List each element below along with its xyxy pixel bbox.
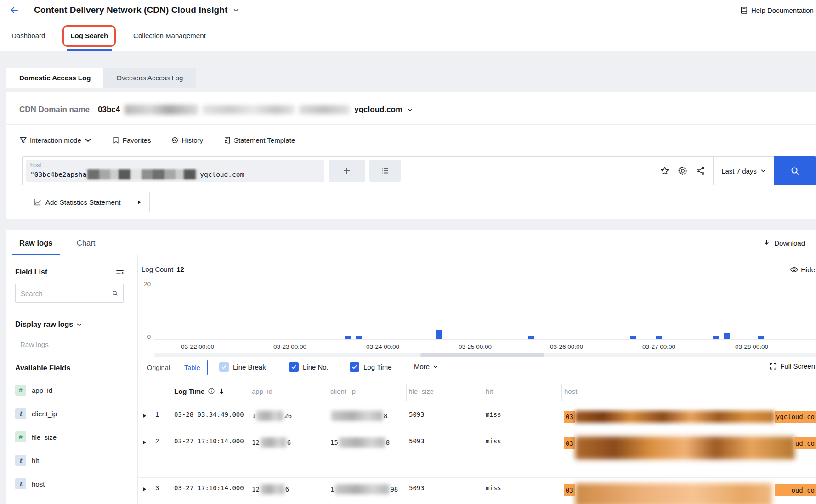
log-table: Log Time app_id client_ip file_size hit … [138, 378, 816, 504]
gear-icon[interactable] [678, 166, 688, 176]
row-number: 2 [153, 431, 171, 477]
chart-x-axis: 03-22 00:0003-23 00:0003-24 00:0003-25 0… [154, 343, 816, 353]
format-table-button[interactable]: Table [177, 360, 208, 375]
share-icon[interactable] [696, 166, 706, 176]
table-row[interactable]: 1 03-28 03:34:49.000 126 8 5093 miss 03 … [138, 404, 816, 431]
tab-overseas-access-log[interactable]: Overseas Access Log [103, 68, 196, 88]
row-number: 1 [153, 404, 171, 431]
hide-histogram-button[interactable]: Hide [790, 265, 815, 274]
collapse-panel-icon[interactable] [115, 268, 125, 277]
field-search-box [15, 284, 124, 303]
field-search-input[interactable] [21, 290, 112, 297]
checkbox-checked[interactable] [350, 362, 359, 372]
help-documentation-link[interactable]: Help Documentation [740, 0, 816, 20]
cdn-domain-label: CDN Domain name [19, 105, 90, 114]
tab-log-search[interactable]: Log Search [70, 20, 108, 51]
checkbox-checked[interactable] [289, 362, 299, 372]
display-item-raw-logs[interactable]: Raw logs [20, 341, 137, 348]
tab-dashboard[interactable]: Dashboard [11, 20, 45, 51]
x-axis-tick-label: 03-28 00:00 [726, 343, 777, 350]
more-dropdown[interactable]: More [414, 363, 438, 370]
tab-domestic-access-log[interactable]: Domestic Access Log [6, 68, 103, 88]
sort-desc-icon[interactable] [218, 388, 225, 395]
redacted-blur [335, 484, 389, 494]
cls-log-search-screen: Content Delivery Network (CDN) Cloud Ins… [0, 0, 816, 504]
redacted-blur [299, 105, 350, 114]
query-condition-chip[interactable]: host "03bc4be2apsha yqcloud.com [26, 160, 324, 182]
time-range-select[interactable]: Last 7 days [714, 167, 774, 175]
redacted-blur [575, 437, 795, 459]
domain-chevron-down-icon[interactable] [407, 107, 413, 113]
table-row[interactable]: 2 03-27 17:10:14.000 126 158 5093 miss 0… [138, 431, 816, 477]
x-axis-tick-label: 03-24 00:00 [357, 343, 408, 350]
file-size-cell: 5093 [406, 478, 483, 504]
list-icon [380, 166, 390, 175]
full-screen-icon [769, 362, 777, 370]
x-axis-tick-label: 03-23 00:00 [265, 343, 315, 350]
tab-collection-management[interactable]: Collection Management [133, 20, 206, 51]
field-item-hit[interactable]: t hit [15, 455, 137, 466]
add-statistics-statement-button[interactable]: Add Statistics Statement [25, 192, 150, 212]
table-row[interactable]: 3 03-27 17:10:14.000 126 198 5093 miss 0… [138, 477, 816, 504]
search-button[interactable] [774, 156, 816, 185]
column-header-host[interactable]: host [561, 387, 816, 395]
host-cell: 03 ud.co [561, 431, 816, 477]
full-screen-button[interactable]: Full Screen [769, 362, 815, 370]
field-item-file-size[interactable]: # file_size [15, 431, 137, 442]
star-icon[interactable] [660, 166, 670, 176]
download-icon [762, 239, 771, 247]
tab-raw-logs[interactable]: Raw logs [19, 230, 52, 255]
checkbox-line-break[interactable]: Line Break [219, 362, 266, 372]
field-item-client-ip[interactable]: t client_ip [15, 408, 137, 419]
search-icon[interactable] [112, 289, 118, 297]
checkbox-log-time[interactable]: Log Time [350, 362, 392, 372]
text-type-badge: t [15, 455, 26, 466]
expand-row-icon[interactable] [138, 404, 153, 431]
favorites-button[interactable]: Favorites [112, 136, 151, 144]
log-time-cell: 03-27 17:10:14.000 [171, 431, 249, 477]
column-header-log-time[interactable]: Log Time [171, 387, 249, 395]
field-list-title: Field List [15, 268, 47, 276]
chart-scrollbar-track[interactable] [154, 353, 816, 357]
y-axis-tick-label: 0 [139, 333, 151, 340]
info-icon[interactable] [208, 387, 215, 395]
host-highlight-suffix: oud.co [790, 484, 816, 496]
condition-list-button[interactable] [369, 160, 401, 182]
field-item-host[interactable]: t host [15, 478, 137, 489]
add-condition-button[interactable] [329, 160, 365, 182]
page-title: Content Delivery Network (CDN) Cloud Ins… [34, 5, 227, 15]
host-highlight-prefix: 03 [564, 437, 575, 449]
module-tabs: Dashboard Log Search Collection Manageme… [0, 20, 816, 51]
format-original-button[interactable]: Original [140, 360, 177, 375]
client-ip-cell: 198 [328, 478, 406, 504]
display-raw-logs-section[interactable]: Display raw logs [15, 320, 137, 329]
results-tabs: Raw logs Chart Download [6, 230, 816, 255]
cdn-domain-row: CDN Domain name 03bc4 yqcloud.com [19, 103, 413, 117]
chart-bar [656, 336, 662, 339]
column-header-hit[interactable]: hit [483, 387, 561, 395]
back-icon[interactable] [9, 5, 19, 15]
top-bar: Content Delivery Network (CDN) Cloud Ins… [0, 0, 816, 20]
statement-template-button[interactable]: Statement Template [223, 136, 295, 144]
download-button[interactable]: Download [762, 230, 805, 255]
history-button[interactable]: History [171, 136, 203, 144]
field-item-app-id[interactable]: # app_id [15, 385, 137, 396]
checkbox-line-no[interactable]: Line No. [289, 362, 329, 372]
tab-chart[interactable]: Chart [77, 230, 95, 255]
host-highlight-suffix: yqcloud.co [775, 411, 816, 423]
log-count-header: Log Count 12 [142, 265, 184, 273]
hit-cell: miss [483, 431, 561, 477]
expand-row-icon[interactable] [138, 478, 153, 504]
column-header-app-id[interactable]: app_id [249, 387, 328, 395]
host-cell: 03 oud.co [561, 478, 816, 504]
column-header-file-size[interactable]: file_size [406, 387, 483, 395]
column-header-client-ip[interactable]: client_ip [328, 387, 406, 395]
chart-scrollbar-thumb[interactable] [420, 353, 544, 357]
checkbox-checked-disabled[interactable] [219, 362, 229, 372]
chart-plot[interactable] [154, 284, 816, 340]
expand-row-icon[interactable] [138, 431, 153, 477]
title-chevron-down-icon[interactable] [233, 7, 239, 13]
text-type-badge: t [15, 408, 26, 419]
interaction-mode-button[interactable]: Interaction mode [19, 136, 92, 144]
run-statement-button[interactable] [129, 192, 149, 212]
